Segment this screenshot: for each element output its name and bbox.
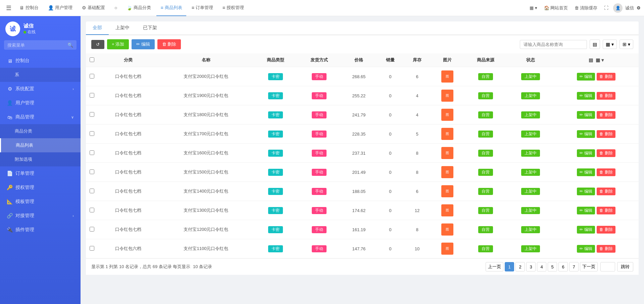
sidebar-item-order-mgmt[interactable]: 📄 订单管理 xyxy=(0,166,81,181)
row-edit-btn-7[interactable]: ✏ 编辑 xyxy=(577,207,595,214)
top-gear-icon[interactable]: ⚙ xyxy=(637,5,641,10)
row-type-1: 卡密 xyxy=(254,86,297,105)
table-view-button[interactable]: ▤ xyxy=(590,40,600,49)
prev-page-button[interactable]: 上一页 xyxy=(486,262,503,271)
row-check-1[interactable] xyxy=(90,93,94,98)
row-edit-btn-9[interactable]: ✏ 编辑 xyxy=(577,245,595,253)
sidebar-item-auth-mgmt[interactable]: 🔑 授权管理 xyxy=(0,181,81,195)
col-action-icon1[interactable]: ▤ xyxy=(588,57,594,63)
row-edit-btn-0[interactable]: ✏ 编辑 xyxy=(577,73,595,81)
nav-users[interactable]: 👤 用户管理 xyxy=(44,0,77,16)
row-name-6: 支付宝1400元口令红包 xyxy=(158,182,254,201)
nav-grid-view[interactable]: ▦ ▾ xyxy=(528,5,539,10)
row-name-5: 支付宝1500元口令红包 xyxy=(158,163,254,182)
row-edit-btn-4[interactable]: ✏ 编辑 xyxy=(577,149,595,157)
row-stock-5: 8 xyxy=(404,163,431,182)
page-button-4[interactable]: 4 xyxy=(537,262,546,271)
users-icon: 👤 xyxy=(48,5,54,10)
col-action-icon2[interactable]: ▦ ▾ xyxy=(595,57,604,63)
sidebar-item-template-mgmt[interactable]: 📐 模板管理 xyxy=(0,195,81,209)
nav-circle[interactable]: ○ xyxy=(110,0,121,16)
nav-base-config[interactable]: ⚙ 基础配置 xyxy=(78,0,109,16)
tab-on-shelf[interactable]: 上架中 xyxy=(109,21,136,35)
auth-icon: ≡ xyxy=(222,5,225,10)
row-delete-btn-5[interactable]: 🗑 删除 xyxy=(597,168,615,176)
row-delete-btn-9[interactable]: 🗑 删除 xyxy=(597,245,615,253)
row-edit-btn-2[interactable]: ✏ 编辑 xyxy=(577,111,595,119)
row-check-7[interactable] xyxy=(90,208,94,212)
top-nav-right: ▦ ▾ 🏠 网站首页 🗑 清除缓存 ⛶ 👤 诚信 ⚙ xyxy=(528,3,641,13)
nav-clear-cache[interactable]: 🗑 清除缓存 xyxy=(573,5,599,11)
sidebar-item-plugin-mgmt[interactable]: 🔌 插件管理 xyxy=(0,223,81,237)
row-edit-btn-6[interactable]: ✏ 编辑 xyxy=(577,188,595,195)
row-edit-btn-8[interactable]: ✏ 编辑 xyxy=(577,226,595,234)
top-navbar: ☰ 🖥 控制台 👤 用户管理 ⚙ 基础配置 ○ 🍃 商品分类 ≡ 商品列表 ≡ … xyxy=(0,0,644,16)
grid-view-button[interactable]: ▦ ▾ xyxy=(603,40,617,49)
row-delete-btn-8[interactable]: 🗑 删除 xyxy=(597,226,615,234)
sidebar-search-icon[interactable]: 🔍 xyxy=(67,42,73,48)
nav-dashboard[interactable]: 🖥 控制台 xyxy=(15,0,43,16)
page-jump-input[interactable] xyxy=(600,262,615,271)
sidebar-item-system-sub[interactable]: 系 xyxy=(0,68,81,82)
page-button-7[interactable]: 7 xyxy=(569,262,579,271)
page-button-2[interactable]: 2 xyxy=(515,262,525,271)
nav-product-cat[interactable]: 🍃 商品分类 xyxy=(122,0,155,16)
nav-orders[interactable]: ≡ 订单管理 xyxy=(188,0,217,16)
sidebar-item-user-mgmt[interactable]: 👤 用户管理 xyxy=(0,96,81,110)
header-type: 商品类型 xyxy=(254,53,297,67)
sidebar-item-product-mgmt[interactable]: 🛍 商品管理 ∨ xyxy=(0,110,81,124)
sidebar-item-dock-mgmt[interactable]: 🔗 对接管理 › xyxy=(0,209,81,223)
sidebar-search-input[interactable] xyxy=(7,43,65,48)
add-button[interactable]: + 添加 xyxy=(107,39,129,49)
nav-fullscreen[interactable]: ⛶ xyxy=(602,5,610,10)
select-all-checkbox[interactable] xyxy=(90,57,94,62)
top-username[interactable]: 诚信 xyxy=(625,5,634,11)
row-check-5[interactable] xyxy=(90,169,94,174)
page-button-1[interactable]: 1 xyxy=(505,262,514,271)
row-delete-btn-2[interactable]: 🗑 删除 xyxy=(597,111,615,119)
tab-off-shelf[interactable]: 已下架 xyxy=(136,21,164,35)
table-row: 口令红包七档 支付宝1400元口令红包 卡密 手动 188.05 0 6 图 自… xyxy=(86,182,639,201)
sidebar-item-product-cat[interactable]: 商品分类 xyxy=(0,124,81,138)
row-delete-btn-1[interactable]: 🗑 删除 xyxy=(597,92,615,100)
row-check-0[interactable] xyxy=(90,74,94,79)
row-delete-btn-6[interactable]: 🗑 删除 xyxy=(597,188,615,195)
row-source-8: 自营 xyxy=(464,220,508,239)
page-jump-button[interactable]: 跳转 xyxy=(617,262,633,271)
row-delete-btn-0[interactable]: 🗑 删除 xyxy=(597,73,615,81)
row-check-6[interactable] xyxy=(90,189,94,193)
product-table: 分类 名称 商品类型 发货方式 价格 销量 库存 图片 商品来源 状态 ▤ xyxy=(86,53,639,258)
row-check-4[interactable] xyxy=(90,150,94,155)
page-button-5[interactable]: 5 xyxy=(548,262,557,271)
nav-auth[interactable]: ≡ 授权管理 xyxy=(218,0,248,16)
row-check-3[interactable] xyxy=(90,131,94,136)
row-delete-btn-4[interactable]: 🗑 删除 xyxy=(597,149,615,157)
next-page-button[interactable]: 下一页 xyxy=(580,262,598,271)
sidebar-item-addons[interactable]: 附加选项 xyxy=(0,152,81,166)
row-edit-btn-5[interactable]: ✏ 编辑 xyxy=(577,168,595,176)
sidebar-item-product-list[interactable]: 商品列表 xyxy=(0,138,81,152)
hamburger-icon[interactable]: ☰ xyxy=(3,4,14,12)
page-button-3[interactable]: 3 xyxy=(526,262,536,271)
sidebar-item-system-config[interactable]: ⚙ 系统配置 › xyxy=(0,82,81,96)
tab-all[interactable]: 全部 xyxy=(86,21,109,35)
row-edit-btn-1[interactable]: ✏ 编辑 xyxy=(577,92,595,100)
delete-button[interactable]: 🗑 删除 xyxy=(157,39,181,49)
nav-website[interactable]: 🏠 网站首页 xyxy=(542,5,570,11)
product-image-0: 图 xyxy=(441,70,453,83)
nav-product-list[interactable]: ≡ 商品列表 xyxy=(156,0,186,16)
sidebar-search-box[interactable]: 🔍 xyxy=(4,40,77,50)
row-check-2[interactable] xyxy=(90,112,94,117)
row-delete-btn-7[interactable]: 🗑 删除 xyxy=(597,207,615,214)
product-search-input[interactable] xyxy=(520,40,587,49)
row-check-9[interactable] xyxy=(90,246,94,251)
page-button-6[interactable]: 6 xyxy=(558,262,568,271)
row-delete-btn-3[interactable]: 🗑 删除 xyxy=(597,130,615,138)
row-check-8[interactable] xyxy=(90,227,94,232)
column-config-button[interactable]: ⊞ ▾ xyxy=(620,40,633,49)
sidebar-item-dashboard[interactable]: 🖥 控制台 xyxy=(0,54,81,68)
refresh-button[interactable]: ↺ xyxy=(91,40,104,49)
trash-icon: 🗑 xyxy=(575,5,579,10)
edit-button[interactable]: ✏ 编辑 xyxy=(132,39,155,49)
row-edit-btn-3[interactable]: ✏ 编辑 xyxy=(577,130,595,138)
